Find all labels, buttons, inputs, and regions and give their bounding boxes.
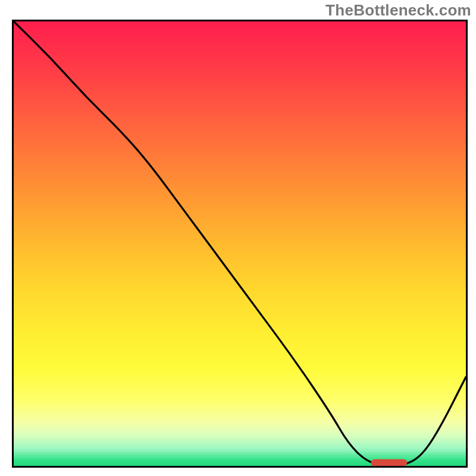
chart-plot-area xyxy=(12,20,468,468)
optimal-range-marker xyxy=(371,459,407,466)
watermark-text: TheBottleneck.com xyxy=(325,1,471,20)
bottleneck-curve-line xyxy=(14,21,466,466)
chart-svg-layer xyxy=(14,21,466,466)
